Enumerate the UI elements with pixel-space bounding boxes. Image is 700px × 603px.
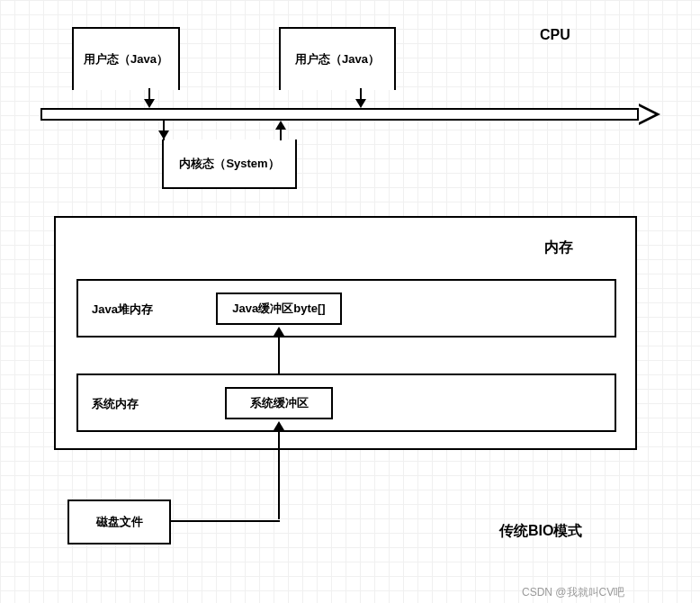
system-buffer-box: 系统缓冲区 <box>225 387 333 419</box>
mode-label: 传统BIO模式 <box>499 522 582 541</box>
java-buffer-box: Java缓冲区byte[] <box>216 292 342 325</box>
user-state-box-2: 用户态（Java） <box>279 27 396 90</box>
kernel-state-box: 内核态（System） <box>162 140 297 189</box>
disk-connector <box>171 520 280 522</box>
java-heap-label: Java堆内存 <box>92 302 153 318</box>
user-state-2-text: 用户态（Java） <box>295 51 380 68</box>
arrow-line-disk-to-sys <box>278 429 280 519</box>
disk-file-box: 磁盘文件 <box>67 500 171 544</box>
arrow-down-icon <box>144 99 155 108</box>
disk-file-text: 磁盘文件 <box>96 514 143 530</box>
arrow-line-kernel-right <box>280 130 282 140</box>
kernel-state-text: 内核态（System） <box>179 156 279 172</box>
arrow-up-icon <box>274 327 284 336</box>
java-heap-box <box>76 279 616 338</box>
arrow-right-icon <box>639 104 660 125</box>
cpu-label: CPU <box>540 27 570 43</box>
user-state-box-1: 用户态（Java） <box>72 27 180 90</box>
arrow-down-icon <box>355 99 366 108</box>
arrow-up-icon <box>274 421 284 430</box>
memory-label: 内存 <box>544 238 573 257</box>
arrow-up-icon <box>275 121 286 130</box>
watermark: CSDN @我就叫CV吧 <box>522 585 624 600</box>
system-mem-box <box>76 374 616 432</box>
user-state-1-text: 用户态（Java） <box>84 51 168 68</box>
system-mem-label: 系统内存 <box>92 396 139 412</box>
cpu-timeline <box>40 108 639 121</box>
java-buffer-text: Java缓冲区byte[] <box>232 301 325 317</box>
arrow-down-icon <box>158 130 169 140</box>
system-buffer-text: 系统缓冲区 <box>250 395 309 411</box>
